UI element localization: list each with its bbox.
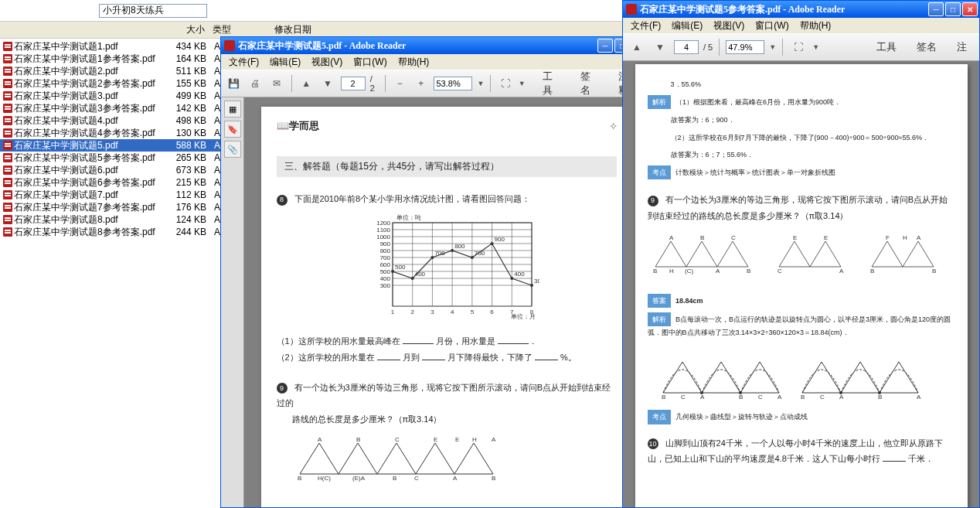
attachments-icon[interactable]: 📎 <box>224 141 241 158</box>
col-name[interactable] <box>0 23 162 36</box>
mail-icon[interactable]: ✉ <box>268 74 285 93</box>
dropdown-icon[interactable]: ▼ <box>519 80 526 87</box>
dropdown-icon[interactable]: ▼ <box>769 43 776 51</box>
svg-text:800: 800 <box>379 247 390 254</box>
titlebar[interactable]: 石家庄某中学测试题5.pdf - Adobe Reader ─ □ ✕ <box>221 37 648 54</box>
maximize-button[interactable]: □ <box>945 2 961 16</box>
menu-file[interactable]: 文件(F) <box>626 18 665 34</box>
tag-point: 考点 <box>648 410 671 424</box>
col-type[interactable]: 类型 <box>205 23 251 36</box>
svg-text:B: B <box>739 394 743 401</box>
save-icon[interactable]: 💾 <box>226 74 243 93</box>
svg-text:单位：月: 单位：月 <box>511 313 536 320</box>
close-button[interactable]: ✕ <box>962 2 978 16</box>
svg-point-42 <box>430 256 434 259</box>
tools-button[interactable]: 工具 <box>535 67 568 100</box>
toolbar: 💾 🖨 ✉ ▲ ▼ / 2 − + ▼ ⛶ ▼ 工具 签名 注释 <box>221 70 648 97</box>
minimize-button[interactable]: ─ <box>597 39 613 53</box>
zoom-in-icon[interactable]: + <box>413 74 430 93</box>
page-view[interactable]: 📖学而思 ⟡ 三、解答题（每题15分，共45分，请写出解答过程） 8 下面是20… <box>244 97 648 507</box>
arrow-up-icon[interactable]: ▲ <box>628 38 646 56</box>
reader-window-left: 石家庄某中学测试题5.pdf - Adobe Reader ─ □ ✕ 文件(F… <box>220 36 649 508</box>
file-name: 石家庄某中学测试题3.pdf <box>14 90 164 103</box>
a2b: 故答案为：6；7；55.6%． <box>671 148 955 161</box>
pdf-file-icon <box>3 66 12 76</box>
pdf-file-icon <box>3 190 12 199</box>
zoom-input[interactable] <box>726 40 764 54</box>
file-size: 124 KB <box>164 214 206 225</box>
svg-text:C: C <box>758 394 763 401</box>
water-chart: 单位：吨300400500600700800900100011001200123… <box>369 213 617 327</box>
svg-text:B: B <box>356 436 360 443</box>
comment-button[interactable]: 注 <box>949 38 975 56</box>
svg-text:4: 4 <box>450 309 454 315</box>
arrow-down-icon[interactable]: ▼ <box>319 74 336 93</box>
bookmarks-icon[interactable]: 🔖 <box>224 121 241 138</box>
dropdown-icon[interactable]: ▼ <box>477 80 484 87</box>
minimize-button[interactable]: ─ <box>928 2 944 16</box>
svg-text:A: A <box>669 234 674 241</box>
svg-text:B: B <box>700 234 704 241</box>
menu-help[interactable]: 帮助(H) <box>393 54 434 70</box>
menu-view[interactable]: 视图(V) <box>307 54 347 70</box>
file-size: 673 KB <box>164 165 206 176</box>
pdf-file-icon <box>3 165 12 175</box>
arrow-down-icon[interactable]: ▼ <box>651 38 669 56</box>
zoom-out-icon[interactable]: − <box>391 74 408 93</box>
arrow-up-icon[interactable]: ▲ <box>298 74 315 93</box>
search-input[interactable] <box>99 4 207 18</box>
svg-text:1200: 1200 <box>376 220 390 227</box>
page-number-input[interactable] <box>341 77 366 90</box>
sign-button[interactable]: 签名 <box>909 38 944 56</box>
page-corner-icon: ⟡ <box>610 119 617 156</box>
menu-view[interactable]: 视图(V) <box>709 18 749 34</box>
file-size: 511 KB <box>164 66 206 77</box>
window-title: 石家庄某中学测试题5.pdf - Adobe Reader <box>238 39 597 53</box>
thumbnails-icon[interactable]: ▦ <box>224 101 241 118</box>
svg-text:400: 400 <box>514 271 525 278</box>
svg-text:500: 500 <box>395 264 406 271</box>
menu-window[interactable]: 窗口(W) <box>349 54 391 70</box>
menu-edit[interactable]: 编辑(E) <box>667 18 707 34</box>
svg-text:A: A <box>839 394 844 401</box>
pdf-file-icon <box>3 79 12 88</box>
menu-help[interactable]: 帮助(H) <box>795 18 836 34</box>
titlebar[interactable]: 石家庄某中学测试题5参考答案.pdf - Adobe Reader ─ □ ✕ <box>623 1 979 18</box>
svg-text:E: E <box>455 436 459 443</box>
q-num-9: 9 <box>648 196 658 206</box>
svg-text:1000: 1000 <box>376 234 390 240</box>
menu-file[interactable]: 文件(F) <box>224 54 264 70</box>
svg-text:A: A <box>716 268 720 274</box>
page-total: / 5 <box>703 43 713 52</box>
fit-icon[interactable]: ⛶ <box>497 74 514 93</box>
file-size: 244 KB <box>164 227 206 237</box>
col-date[interactable]: 修改日期 <box>251 23 359 36</box>
q10: 山脚到山顶有24千米，一个人以每小时4千米的速度上山，他立即从原路下山，已知上山… <box>648 438 943 464</box>
print-icon[interactable]: 🖨 <box>247 74 264 93</box>
svg-text:C: C <box>681 394 686 401</box>
pdf-file-icon <box>3 215 12 224</box>
col-size[interactable]: 大小 <box>162 23 205 36</box>
zoom-input[interactable] <box>434 77 472 90</box>
dropdown-icon[interactable]: ▼ <box>812 43 819 51</box>
svg-text:B: B <box>393 475 396 482</box>
file-name: 石家庄某中学测试题5.pdf <box>14 139 164 152</box>
svg-text:H(C): H(C) <box>318 475 331 482</box>
svg-text:E: E <box>793 234 797 241</box>
svg-text:800: 800 <box>454 243 465 250</box>
sign-button[interactable]: 签名 <box>573 67 606 100</box>
svg-point-38 <box>391 270 394 273</box>
menu-edit[interactable]: 编辑(E) <box>265 54 305 70</box>
page-number-input[interactable] <box>674 40 699 54</box>
tools-button[interactable]: 工具 <box>869 38 904 56</box>
ans9: 18.84cm <box>675 297 703 305</box>
svg-text:B: B <box>932 268 936 274</box>
menu-window[interactable]: 窗口(W) <box>750 18 793 34</box>
page-view[interactable]: 3．55.6% 解析 （1）根据图来看，最高峰在6月份，用水量为900吨． 故答… <box>623 61 979 507</box>
file-name: 石家庄某中学测试题4.pdf <box>14 114 164 128</box>
fit-icon[interactable]: ⛶ <box>789 38 808 56</box>
svg-text:300: 300 <box>534 278 539 285</box>
svg-text:E: E <box>434 436 437 443</box>
toolbar: ▲ ▼ / 5 ▼ ⛶ ▼ 工具 签名 注 <box>623 33 979 61</box>
svg-text:C: C <box>731 234 736 241</box>
